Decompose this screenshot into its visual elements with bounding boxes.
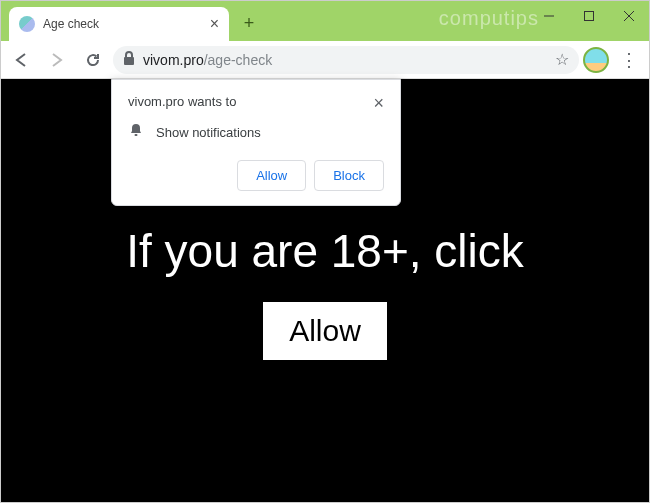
permission-block-button[interactable]: Block <box>314 160 384 191</box>
back-button[interactable] <box>5 44 37 76</box>
lock-icon <box>123 51 135 68</box>
svg-rect-4 <box>124 57 134 65</box>
omnibox[interactable]: vivom.pro/age-check ☆ <box>113 46 579 74</box>
headline-text: If you are 18+, click <box>126 224 524 278</box>
permission-host: vivom.pro wants to <box>128 94 236 109</box>
minimize-icon <box>544 11 554 21</box>
url-text: vivom.pro/age-check <box>143 52 272 68</box>
url-domain: vivom.pro <box>143 52 204 68</box>
page-content: If you are 18+, click Allow vivom.pro wa… <box>1 79 649 503</box>
favicon-icon <box>19 16 35 32</box>
close-tab-icon[interactable]: × <box>210 16 219 32</box>
close-window-button[interactable] <box>609 1 649 31</box>
title-bar: Age check × + computips <box>1 1 649 41</box>
minimize-button[interactable] <box>529 1 569 31</box>
tab-title: Age check <box>43 17 204 31</box>
maximize-icon <box>584 11 594 21</box>
permission-popup: vivom.pro wants to × Show notifications … <box>111 79 401 206</box>
address-bar: vivom.pro/age-check ☆ ⋮ <box>1 41 649 79</box>
reload-icon <box>85 52 101 68</box>
bookmark-star-icon[interactable]: ☆ <box>555 50 569 69</box>
browser-menu-button[interactable]: ⋮ <box>613 49 645 71</box>
watermark: computips <box>439 7 539 30</box>
forward-button[interactable] <box>41 44 73 76</box>
url-path: /age-check <box>204 52 272 68</box>
browser-tab[interactable]: Age check × <box>9 7 229 41</box>
arrow-left-icon <box>13 52 29 68</box>
permission-close-icon[interactable]: × <box>373 94 384 112</box>
permission-request: Show notifications <box>156 125 261 140</box>
arrow-right-icon <box>49 52 65 68</box>
maximize-button[interactable] <box>569 1 609 31</box>
page-allow-button[interactable]: Allow <box>263 302 387 360</box>
profile-avatar[interactable] <box>583 47 609 73</box>
svg-rect-5 <box>135 134 138 136</box>
bell-icon <box>128 122 144 142</box>
close-icon <box>624 11 634 21</box>
window-controls <box>529 1 649 31</box>
permission-allow-button[interactable]: Allow <box>237 160 306 191</box>
new-tab-button[interactable]: + <box>235 9 263 37</box>
svg-rect-1 <box>585 12 594 21</box>
reload-button[interactable] <box>77 44 109 76</box>
